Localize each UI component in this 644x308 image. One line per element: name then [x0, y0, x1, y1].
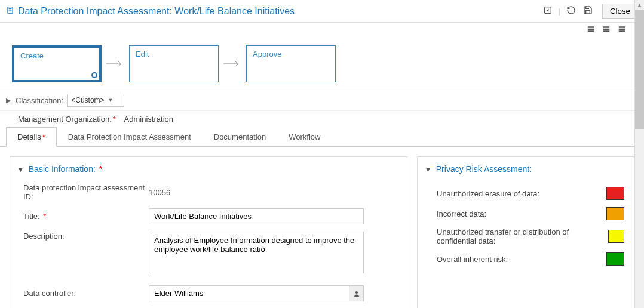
- controller-row: Data controller:: [17, 285, 400, 301]
- mgmt-org-label: Management Organization:: [18, 115, 112, 124]
- title-label: Title: *: [23, 212, 149, 221]
- refresh-icon[interactable]: [542, 4, 554, 18]
- tab-dpia[interactable]: Data Protection Impact Assessment: [57, 127, 203, 146]
- workflow-step-label: Approve: [253, 50, 281, 58]
- svg-point-6: [355, 291, 358, 294]
- close-button[interactable]: Close: [602, 4, 638, 19]
- document-icon: [6, 6, 14, 16]
- risk-swatch-yellow: [608, 230, 624, 243]
- title-input[interactable]: [149, 208, 364, 224]
- page-header: Data Protection Impact Assessment: Work/…: [0, 0, 644, 23]
- separator: |: [559, 7, 560, 16]
- workflow-step-edit[interactable]: Edit: [129, 45, 219, 82]
- expand-icon[interactable]: ▶: [6, 97, 11, 104]
- workflow-step-label: Create: [20, 51, 44, 60]
- scroll-thumb[interactable]: [635, 10, 644, 129]
- mgmt-org-row: Management Organization:* Administration: [0, 111, 644, 127]
- id-value: 10056: [149, 188, 170, 197]
- risk-row: Unauthorized erasure of data:: [425, 183, 627, 204]
- risk-label: Incorrect data:: [437, 210, 486, 218]
- risk-swatch-orange: [606, 207, 624, 220]
- id-label: Data protection impact assessment ID:: [23, 183, 149, 201]
- classification-label: Classification:: [16, 96, 63, 105]
- collapse-icon[interactable]: ▼: [425, 166, 431, 173]
- mgmt-org-value: Administration: [124, 115, 173, 124]
- toolbar-icons: [0, 23, 644, 33]
- risk-row: Unauthorized transfer or distribution of…: [425, 224, 627, 249]
- controller-lookup: [149, 285, 364, 301]
- required-marker: *: [99, 164, 102, 174]
- panel-heading: ▼ Privacy Risk Assessment:: [425, 164, 627, 174]
- chevron-down-icon: ▼: [108, 97, 114, 103]
- classification-value: <Custom>: [71, 96, 104, 104]
- classification-select[interactable]: <Custom> ▼: [67, 94, 124, 107]
- arrow-icon: [106, 60, 124, 69]
- required-marker: *: [43, 212, 46, 221]
- arrow-icon: [223, 60, 241, 69]
- header-actions: | Close: [542, 4, 638, 19]
- risk-label: Unauthorized transfer or distribution of…: [437, 227, 608, 245]
- risk-swatch-green: [606, 252, 624, 266]
- tab-bar: Details* Data Protection Impact Assessme…: [0, 127, 644, 147]
- risk-row: Overall inherent risk:: [425, 249, 627, 269]
- active-indicator-icon: [91, 72, 97, 78]
- save-icon[interactable]: [582, 4, 594, 18]
- description-input[interactable]: [149, 232, 364, 273]
- tab-documentation[interactable]: Documentation: [203, 127, 277, 146]
- classification-row: ▶ Classification: <Custom> ▼: [0, 90, 644, 111]
- history-icon[interactable]: [565, 4, 577, 18]
- page-title: Data Protection Impact Assessment: Work/…: [18, 6, 542, 17]
- workflow-step-create[interactable]: Create: [12, 45, 102, 82]
- risk-row: Incorrect data:: [425, 204, 627, 224]
- required-marker: *: [42, 133, 45, 141]
- controller-label: Data controller:: [23, 289, 149, 298]
- risk-label: Overall inherent risk:: [437, 255, 508, 264]
- description-row: Description:: [17, 232, 400, 273]
- tab-workflow[interactable]: Workflow: [277, 127, 332, 146]
- collapse-icon[interactable]: ▼: [17, 166, 24, 173]
- workflow-steps: Create Edit Approve: [0, 33, 644, 90]
- tool-icon-2[interactable]: [602, 25, 611, 33]
- risk-label: Unauthorized erasure of data:: [437, 189, 539, 198]
- basic-info-panel: ▼ Basic Information: * Data protection i…: [10, 156, 407, 308]
- panel-heading: ▼ Basic Information: *: [17, 164, 400, 174]
- description-label: Description:: [23, 232, 149, 241]
- content-area: ▼ Basic Information: * Data protection i…: [0, 147, 644, 308]
- workflow-step-label: Edit: [136, 50, 149, 58]
- person-lookup-icon[interactable]: [349, 286, 363, 301]
- required-marker: *: [113, 115, 116, 124]
- vertical-scrollbar[interactable]: ▲: [634, 0, 644, 308]
- scroll-up-icon[interactable]: ▲: [635, 0, 644, 10]
- tab-details[interactable]: Details*: [6, 127, 57, 147]
- controller-input[interactable]: [149, 285, 364, 301]
- title-row: Title: *: [17, 208, 400, 224]
- risk-panel: ▼ Privacy Risk Assessment: Unauthorized …: [417, 156, 634, 308]
- tool-icon-3[interactable]: [618, 25, 626, 33]
- risk-swatch-red: [606, 187, 624, 200]
- workflow-step-approve[interactable]: Approve: [246, 45, 336, 82]
- tool-icon-1[interactable]: [587, 25, 595, 33]
- id-row: Data protection impact assessment ID: 10…: [17, 183, 400, 201]
